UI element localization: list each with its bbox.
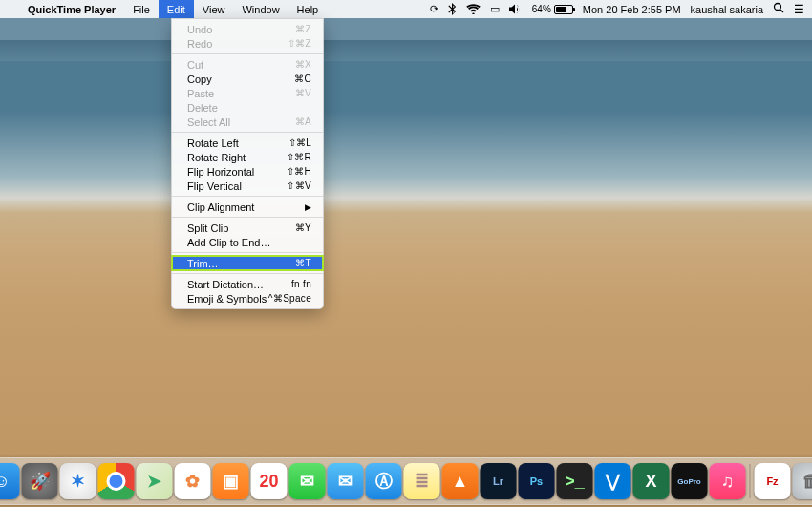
- menu-separator: [172, 132, 323, 133]
- dock-chrome-icon[interactable]: [98, 463, 135, 499]
- menu-item-shortcut: ⌘X: [295, 59, 311, 70]
- battery-icon: [554, 5, 573, 14]
- menu-item-label: Undo: [187, 24, 212, 35]
- menu-item-label: Select All: [187, 116, 230, 128]
- menubar-right: ⟳ ▭ 64% Mon 20 Feb 2:55 PM kaushal sakar…: [430, 2, 804, 16]
- menu-item-flip-horizontal[interactable]: Flip Horizontal⇧⌘H: [172, 164, 323, 179]
- dock-vscode-icon[interactable]: ⋁: [595, 463, 631, 499]
- menu-item-label: Delete: [187, 102, 218, 114]
- menu-separator: [172, 252, 323, 253]
- menu-item-undo: Undo⌘Z: [172, 22, 323, 36]
- spotlight-icon[interactable]: [773, 2, 784, 16]
- user-name[interactable]: kaushal sakaria: [691, 4, 763, 15]
- menu-item-label: Trim…: [187, 258, 219, 269]
- menu-item-label: Start Dictation…: [187, 279, 264, 290]
- menu-file[interactable]: File: [124, 0, 159, 18]
- menu-item-label: Flip Vertical: [187, 180, 242, 192]
- menu-item-label: Flip Horizontal: [187, 166, 254, 178]
- menu-separator: [172, 217, 323, 218]
- battery-status[interactable]: 64%: [532, 4, 573, 14]
- wifi-icon[interactable]: [466, 4, 481, 14]
- menubar: QuickTime Player File Edit View Window H…: [0, 0, 812, 18]
- menu-item-shortcut: fn fn: [291, 279, 311, 289]
- menu-item-shortcut: ⇧⌘H: [287, 166, 311, 177]
- dock-maps-icon[interactable]: ➤: [137, 463, 173, 499]
- menu-edit[interactable]: Edit: [159, 0, 194, 18]
- menu-view[interactable]: View: [194, 0, 234, 18]
- dock-terminal-icon[interactable]: >_: [557, 463, 593, 499]
- display-icon[interactable]: ▭: [490, 3, 500, 15]
- menu-item-delete: Delete: [172, 100, 323, 115]
- dock-filezilla-icon[interactable]: Fz: [755, 463, 791, 499]
- dock-mail-icon[interactable]: ✉: [328, 463, 364, 499]
- dock-launchpad-icon[interactable]: 🚀: [22, 463, 58, 499]
- menu-item-shortcut: ⇧⌘R: [287, 152, 311, 162]
- menu-item-label: Copy: [187, 74, 212, 85]
- menu-item-redo: Redo⇧⌘Z: [172, 36, 323, 51]
- menu-item-label: Rotate Right: [187, 152, 246, 163]
- menu-item-rotate-right[interactable]: Rotate Right⇧⌘R: [172, 150, 323, 164]
- menu-item-label: Clip Alignment: [187, 201, 254, 213]
- dock-lightroom-icon[interactable]: Lr: [481, 463, 517, 499]
- dock-photoshop-icon[interactable]: Ps: [519, 463, 555, 499]
- menu-item-label: Redo: [187, 38, 212, 50]
- dock-safari-icon[interactable]: ✶: [60, 463, 96, 499]
- menu-window[interactable]: Window: [233, 0, 288, 18]
- app-name[interactable]: QuickTime Player: [19, 4, 124, 15]
- menu-separator: [172, 196, 323, 197]
- menu-item-shortcut: ^⌘Space: [268, 293, 311, 304]
- menu-item-label: Add Clip to End…: [187, 237, 270, 248]
- menu-item-cut: Cut⌘X: [172, 57, 323, 72]
- menu-item-split-clip[interactable]: Split Clip⌘Y: [172, 221, 323, 235]
- battery-percent: 64%: [532, 4, 551, 14]
- menu-item-shortcut: ⇧⌘V: [287, 180, 311, 191]
- bluetooth-icon[interactable]: [448, 3, 457, 15]
- dock-vlc-icon[interactable]: ▲: [442, 463, 479, 499]
- menu-item-trim[interactable]: Trim…⌘T: [172, 256, 323, 270]
- menubar-left: QuickTime Player File Edit View Window H…: [8, 0, 327, 18]
- menu-item-add-clip-to-end[interactable]: Add Clip to End…: [172, 235, 323, 249]
- menu-item-flip-vertical[interactable]: Flip Vertical⇧⌘V: [172, 179, 323, 193]
- menu-item-emoji-symbols[interactable]: Emoji & Symbols^⌘Space: [172, 291, 323, 306]
- desktop: QuickTime Player File Edit View Window H…: [0, 0, 812, 507]
- svg-line-1: [780, 10, 783, 12]
- menu-separator: [172, 53, 323, 54]
- menu-item-shortcut: ⌘Z: [295, 24, 311, 34]
- menu-item-shortcut: ⌘T: [295, 258, 311, 268]
- dock-finder-icon[interactable]: ☺: [0, 463, 20, 499]
- edit-dropdown: Undo⌘ZRedo⇧⌘ZCut⌘XCopy⌘CPaste⌘VDeleteSel…: [171, 18, 324, 309]
- menu-item-label: Split Clip: [187, 222, 228, 234]
- dock-messages-icon[interactable]: ✉: [289, 463, 326, 499]
- clock[interactable]: Mon 20 Feb 2:55 PM: [583, 4, 681, 15]
- dock-applemusic-icon[interactable]: ♫: [710, 463, 746, 499]
- menu-item-shortcut: ⌘Y: [295, 222, 311, 233]
- dock-photos-icon[interactable]: ✿: [175, 463, 211, 499]
- backup-icon[interactable]: ⟳: [430, 3, 438, 15]
- notification-center-icon[interactable]: ☰: [794, 3, 804, 16]
- menu-item-label: Cut: [187, 59, 203, 71]
- menu-item-clip-alignment[interactable]: Clip Alignment▶: [172, 200, 323, 214]
- menu-item-copy[interactable]: Copy⌘C: [172, 72, 323, 86]
- menu-separator: [172, 273, 323, 274]
- menu-item-shortcut: ⌘C: [294, 74, 311, 84]
- menu-item-label: Paste: [187, 88, 214, 99]
- dock-excel-icon[interactable]: X: [633, 463, 670, 499]
- dock-separator: [750, 464, 751, 498]
- menu-item-paste: Paste⌘V: [172, 86, 323, 100]
- dock-calendar-icon[interactable]: 20: [251, 463, 288, 499]
- dock-appstore-icon[interactable]: Ⓐ: [366, 463, 402, 499]
- dock-notes-icon[interactable]: ≣: [404, 463, 440, 499]
- dock-ibooks-icon[interactable]: ▣: [213, 463, 249, 499]
- menu-item-rotate-left[interactable]: Rotate Left⇧⌘L: [172, 136, 323, 150]
- svg-point-0: [775, 4, 781, 11]
- volume-icon[interactable]: [509, 4, 523, 14]
- menu-item-label: Rotate Left: [187, 137, 239, 149]
- menu-item-select-all: Select All⌘A: [172, 115, 323, 129]
- menu-item-shortcut: ⇧⌘Z: [288, 38, 311, 49]
- menu-item-start-dictation[interactable]: Start Dictation…fn fn: [172, 277, 323, 291]
- menu-help[interactable]: Help: [288, 0, 328, 18]
- dock-trash-icon[interactable]: 🗑: [793, 463, 813, 499]
- menu-item-shortcut: ⇧⌘L: [288, 137, 311, 148]
- menu-item-shortcut: ⌘V: [295, 88, 311, 98]
- dock-gopro-icon[interactable]: GoPro: [672, 463, 708, 499]
